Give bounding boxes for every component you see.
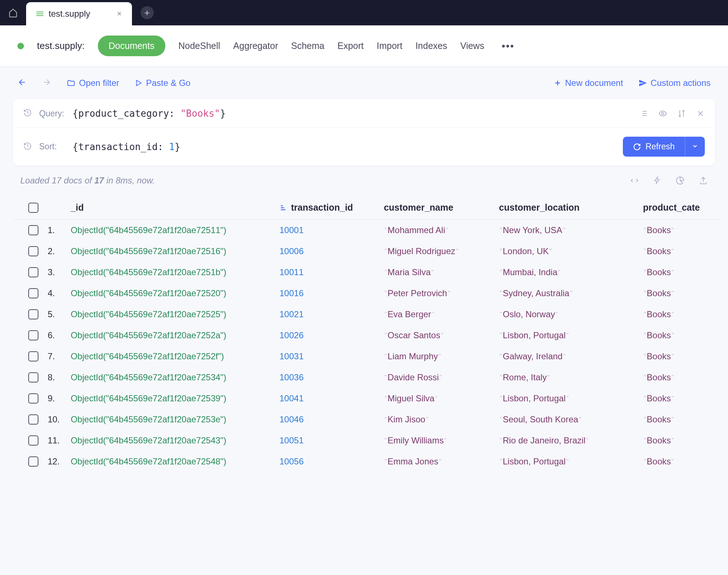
back-button[interactable]	[17, 78, 27, 88]
cell-transaction-id[interactable]: 10041	[280, 393, 384, 404]
row-checkbox[interactable]	[28, 435, 38, 446]
cell-transaction-id[interactable]: 10051	[280, 435, 384, 446]
row-checkbox[interactable]	[28, 351, 38, 361]
cell-objectid[interactable]: ObjectId("64b45569e72af1f20ae72534")	[71, 372, 280, 382]
row-checkbox[interactable]	[28, 456, 38, 467]
cell-customer-name[interactable]: "Oscar Santos"	[384, 330, 499, 340]
table-row[interactable]: 7.ObjectId("64b45569e72af1f20ae7252f")10…	[13, 346, 721, 367]
table-row[interactable]: 8.ObjectId("64b45569e72af1f20ae72534")10…	[13, 367, 721, 388]
home-button[interactable]	[0, 0, 26, 25]
table-row[interactable]: 12.ObjectId("64b45569e72af1f20ae72548")1…	[13, 451, 721, 472]
cell-customer-name[interactable]: "Mohammed Ali"	[384, 225, 499, 235]
row-checkbox[interactable]	[28, 372, 38, 382]
cell-customer-location[interactable]: "London, UK"	[499, 246, 643, 256]
cell-product-category[interactable]: "Books"	[643, 267, 715, 277]
cell-transaction-id[interactable]: 10031	[280, 351, 384, 361]
cell-customer-name[interactable]: "Eva Berger"	[384, 309, 499, 319]
sort-input[interactable]: {transaction_id: 1}	[73, 141, 616, 152]
tab-import[interactable]: Import	[377, 41, 402, 51]
cell-product-category[interactable]: "Books"	[643, 288, 715, 298]
cell-customer-location[interactable]: "Rio de Janeiro, Brazil"	[499, 435, 643, 446]
upload-icon[interactable]	[699, 176, 708, 185]
cell-customer-location[interactable]: "Rome, Italy"	[499, 372, 643, 382]
cell-product-category[interactable]: "Books"	[643, 435, 715, 446]
table-row[interactable]: 6.ObjectId("64b45569e72af1f20ae7252a")10…	[13, 325, 721, 346]
forward-button[interactable]	[42, 78, 51, 88]
custom-actions-button[interactable]: Custom actions	[638, 78, 711, 88]
cell-objectid[interactable]: ObjectId("64b45569e72af1f20ae72525")	[71, 309, 280, 319]
column-header-id[interactable]: _id	[71, 202, 280, 213]
cell-objectid[interactable]: ObjectId("64b45569e72af1f20ae72539")	[71, 393, 280, 404]
cell-customer-name[interactable]: "Davide Rossi"	[384, 372, 499, 382]
row-checkbox[interactable]	[28, 288, 38, 298]
bolt-icon[interactable]	[653, 176, 661, 184]
table-row[interactable]: 3.ObjectId("64b45569e72af1f20ae7251b")10…	[13, 262, 721, 283]
cell-objectid[interactable]: ObjectId("64b45569e72af1f20ae72520")	[71, 288, 280, 298]
tab-indexes[interactable]: Indexes	[415, 41, 447, 51]
more-icon[interactable]: •••	[502, 40, 514, 52]
paste-go-button[interactable]: Paste & Go	[135, 78, 191, 88]
tab-aggregator[interactable]: Aggregator	[233, 41, 278, 51]
new-document-button[interactable]: New document	[554, 78, 623, 88]
table-row[interactable]: 11.ObjectId("64b45569e72af1f20ae72543")1…	[13, 430, 721, 451]
history-icon[interactable]	[23, 142, 32, 152]
cell-objectid[interactable]: ObjectId("64b45569e72af1f20ae72511")	[71, 225, 280, 235]
column-header-customer[interactable]: customer_name	[384, 202, 499, 213]
row-checkbox[interactable]	[28, 267, 38, 277]
table-row[interactable]: 2.ObjectId("64b45569e72af1f20ae72516")10…	[13, 241, 721, 262]
row-checkbox[interactable]	[28, 414, 38, 425]
cell-transaction-id[interactable]: 10021	[280, 309, 384, 319]
cell-customer-location[interactable]: "Lisbon, Portugal"	[499, 393, 643, 404]
tab-nodeshell[interactable]: NodeShell	[178, 41, 220, 51]
cell-customer-location[interactable]: "Galway, Ireland"	[499, 351, 643, 361]
expand-icon[interactable]	[630, 176, 639, 185]
cell-customer-location[interactable]: "New York, USA"	[499, 225, 643, 235]
cell-objectid[interactable]: ObjectId("64b45569e72af1f20ae7252a")	[71, 330, 280, 340]
cell-product-category[interactable]: "Books"	[643, 351, 715, 361]
table-row[interactable]: 4.ObjectId("64b45569e72af1f20ae72520")10…	[13, 283, 721, 304]
cell-customer-name[interactable]: "Maria Silva"	[384, 267, 499, 277]
cell-product-category[interactable]: "Books"	[643, 372, 715, 382]
cell-product-category[interactable]: "Books"	[643, 393, 715, 404]
cell-customer-name[interactable]: "Kim Jisoo"	[384, 414, 499, 425]
row-checkbox[interactable]	[28, 246, 38, 256]
open-filter-button[interactable]: Open filter	[67, 78, 119, 88]
cell-objectid[interactable]: ObjectId("64b45569e72af1f20ae7251b")	[71, 267, 280, 277]
list-icon[interactable]	[640, 109, 648, 118]
history-icon[interactable]	[23, 108, 32, 119]
tab-documents[interactable]: Documents	[98, 36, 165, 56]
cell-customer-location[interactable]: "Mumbai, India"	[499, 267, 643, 277]
row-checkbox[interactable]	[28, 225, 38, 235]
cell-objectid[interactable]: ObjectId("64b45569e72af1f20ae72543")	[71, 435, 280, 446]
pie-icon[interactable]	[676, 176, 684, 185]
cell-customer-location[interactable]: "Lisbon, Portugal"	[499, 330, 643, 340]
cell-objectid[interactable]: ObjectId("64b45569e72af1f20ae72516")	[71, 246, 280, 256]
column-header-location[interactable]: customer_location	[499, 202, 643, 213]
cell-customer-name[interactable]: "Miguel Rodriguez"	[384, 246, 499, 256]
table-row[interactable]: 5.ObjectId("64b45569e72af1f20ae72525")10…	[13, 304, 721, 325]
cell-product-category[interactable]: "Books"	[643, 225, 715, 235]
table-row[interactable]: 1.ObjectId("64b45569e72af1f20ae72511")10…	[13, 220, 721, 241]
cell-customer-name[interactable]: "Emily Williams"	[384, 435, 499, 446]
tab-schema[interactable]: Schema	[291, 41, 324, 51]
cell-transaction-id[interactable]: 10006	[280, 246, 384, 256]
cell-transaction-id[interactable]: 10001	[280, 225, 384, 235]
close-icon[interactable]: ×	[117, 9, 122, 18]
cell-product-category[interactable]: "Books"	[643, 414, 715, 425]
refresh-dropdown[interactable]	[685, 137, 705, 157]
cell-product-category[interactable]: "Books"	[643, 246, 715, 256]
new-tab-button[interactable]: +	[141, 6, 154, 19]
row-checkbox[interactable]	[28, 393, 38, 404]
refresh-button[interactable]: Refresh	[623, 137, 685, 157]
cell-transaction-id[interactable]: 10046	[280, 414, 384, 425]
cell-transaction-id[interactable]: 10036	[280, 372, 384, 382]
sort-icon[interactable]	[677, 109, 686, 118]
cell-customer-name[interactable]: "Miguel Silva"	[384, 393, 499, 404]
cell-customer-location[interactable]: "Seoul, South Korea"	[499, 414, 643, 425]
tab-export[interactable]: Export	[338, 41, 364, 51]
cell-product-category[interactable]: "Books"	[643, 330, 715, 340]
row-checkbox[interactable]	[28, 309, 38, 319]
cell-customer-name[interactable]: "Liam Murphy"	[384, 351, 499, 361]
cell-objectid[interactable]: ObjectId("64b45569e72af1f20ae7252f")	[71, 351, 280, 361]
cell-customer-name[interactable]: "Peter Petrovich"	[384, 288, 499, 298]
